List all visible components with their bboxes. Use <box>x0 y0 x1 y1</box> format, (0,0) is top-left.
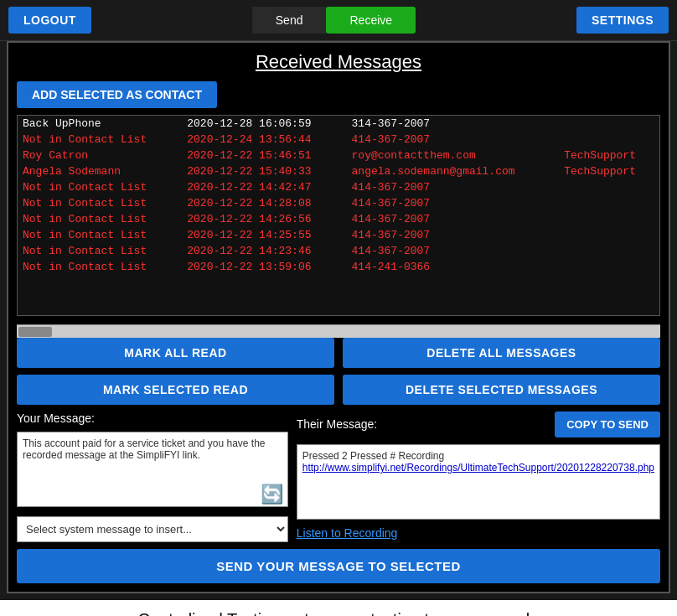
logout-button[interactable]: LOGOUT <box>8 7 91 34</box>
their-message-header: Their Message: COPY TO SEND <box>297 412 660 437</box>
add-contact-button[interactable]: ADD SELECTED AS CONTACT <box>17 81 217 108</box>
table-row[interactable]: Roy Catron2020-12-22 15:46:51roy@contact… <box>18 148 659 163</box>
your-message-wrapper: 🔄 <box>17 432 288 511</box>
mark-selected-read-button[interactable]: MARK SELECTED READ <box>17 375 334 405</box>
their-message-label: Their Message: <box>297 417 377 431</box>
send-to-selected-button[interactable]: SEND YOUR MESSAGE TO SELECTED <box>17 549 660 583</box>
their-message-box: Pressed 2 Pressed # Recordinghttp://www.… <box>297 444 660 520</box>
settings-button[interactable]: SETTINGS <box>576 7 669 34</box>
table-row[interactable]: Angela Sodemann2020-12-22 15:40:33angela… <box>18 163 659 179</box>
your-message-label: Your Message: <box>17 412 288 425</box>
messages-table: Back UpPhone2020-12-28 16:06:59314-367-2… <box>18 116 659 275</box>
their-message-section: Their Message: COPY TO SEND Pressed 2 Pr… <box>297 412 660 542</box>
table-row[interactable]: Not in Contact List2020-12-22 14:23:4641… <box>18 243 659 259</box>
page-title: Received Messages <box>17 51 660 73</box>
your-message-section: Your Message: 🔄 Select system message to… <box>17 412 288 542</box>
table-row[interactable]: Back UpPhone2020-12-28 16:06:59314-367-2… <box>18 116 659 132</box>
horizontal-scrollbar[interactable] <box>17 324 660 338</box>
tab-receive[interactable]: Receive <box>326 7 416 34</box>
action-row-1: MARK ALL READ DELETE ALL MESSAGES <box>17 338 660 368</box>
messages-table-container[interactable]: Back UpPhone2020-12-28 16:06:59314-367-2… <box>17 115 660 316</box>
delete-selected-button[interactable]: DELETE SELECTED MESSAGES <box>343 375 660 405</box>
your-message-textarea[interactable] <box>17 432 288 507</box>
main-content: Received Messages ADD SELECTED AS CONTAC… <box>7 41 670 593</box>
tab-send[interactable]: Send <box>252 7 327 34</box>
mark-all-read-button[interactable]: MARK ALL READ <box>17 338 334 368</box>
table-row[interactable]: Not in Contact List2020-12-22 14:42:4741… <box>18 179 659 195</box>
table-row[interactable]: Not in Contact List2020-12-22 14:26:5641… <box>18 211 659 227</box>
table-row[interactable]: Not in Contact List2020-12-22 13:59:0641… <box>18 259 659 275</box>
footer-text: Centralized Texting or two-way texting t… <box>0 600 677 616</box>
table-row[interactable]: Not in Contact List2020-12-24 13:56:4441… <box>18 132 659 148</box>
listen-to-recording-link[interactable]: Listen to Recording <box>297 526 660 540</box>
delete-all-button[interactable]: DELETE ALL MESSAGES <box>343 338 660 368</box>
top-bar: LOGOUT Send Receive SETTINGS <box>0 0 677 41</box>
copy-to-send-button[interactable]: COPY TO SEND <box>555 412 660 437</box>
scrollbar-h-thumb[interactable] <box>18 327 52 337</box>
system-message-select[interactable]: Select system message to insert... <box>17 516 288 542</box>
table-row[interactable]: Not in Contact List2020-12-22 14:25:5541… <box>18 227 659 243</box>
tab-container: Send Receive <box>252 7 416 34</box>
emoji-icon[interactable]: 🔄 <box>261 484 283 506</box>
message-section: Your Message: 🔄 Select system message to… <box>17 412 660 542</box>
table-row[interactable]: Not in Contact List2020-12-22 14:28:0841… <box>18 195 659 211</box>
action-row-2: MARK SELECTED READ DELETE SELECTED MESSA… <box>17 375 660 405</box>
